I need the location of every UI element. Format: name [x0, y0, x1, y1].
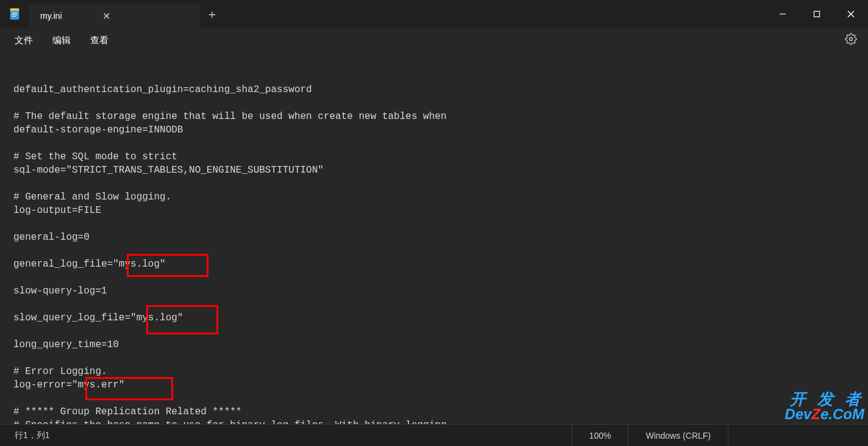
- status-zoom[interactable]: 100%: [572, 425, 628, 446]
- tab-title: my.ini: [40, 11, 62, 21]
- status-bar: 行1，列1 100% Windows (CRLF): [0, 424, 868, 446]
- app-icon: [0, 7, 29, 21]
- editor-area[interactable]: default_authentication_plugin=caching_sh…: [0, 52, 868, 424]
- status-position[interactable]: 行1，列1: [0, 430, 50, 441]
- window-controls: [766, 0, 868, 28]
- titlebar-drag-region[interactable]: [224, 0, 766, 28]
- editor-line[interactable]: [13, 177, 868, 190]
- settings-button[interactable]: [839, 29, 863, 51]
- minimize-button[interactable]: [766, 0, 800, 28]
- editor-content[interactable]: default_authentication_plugin=caching_sh…: [13, 83, 868, 424]
- status-right-pad: [728, 425, 868, 446]
- editor-line[interactable]: [13, 137, 868, 150]
- editor-line[interactable]: [13, 96, 868, 110]
- editor-line[interactable]: sql-mode="STRICT_TRANS_TABLES,NO_ENGINE_…: [13, 164, 868, 177]
- close-tab-icon[interactable]: ✕: [99, 9, 114, 23]
- editor-line[interactable]: [13, 392, 868, 405]
- editor-line[interactable]: slow_query_log_file="mys.log": [13, 311, 868, 325]
- menu-file[interactable]: 文件: [5, 31, 43, 50]
- editor-line[interactable]: default-storage-engine=INNODB: [13, 123, 868, 137]
- editor-line[interactable]: general_log_file="mys.log": [13, 257, 868, 271]
- editor-line[interactable]: slow-query-log=1: [13, 284, 868, 298]
- editor-line[interactable]: # Specifies the base name to use for bin…: [13, 419, 868, 424]
- maximize-button[interactable]: [800, 0, 834, 28]
- editor-line[interactable]: [13, 217, 868, 231]
- new-tab-button[interactable]: ＋: [200, 0, 224, 28]
- editor-line[interactable]: [13, 325, 868, 338]
- editor-line[interactable]: long_query_time=10: [13, 338, 868, 351]
- svg-point-9: [850, 38, 853, 41]
- menu-view[interactable]: 查看: [80, 31, 118, 50]
- editor-line[interactable]: # Error Logging.: [13, 365, 868, 378]
- svg-rect-6: [814, 12, 820, 17]
- editor-line[interactable]: # General and Slow logging.: [13, 190, 868, 204]
- editor-line[interactable]: default_authentication_plugin=caching_sh…: [13, 83, 868, 96]
- editor-line[interactable]: log-output=FILE: [13, 204, 868, 217]
- editor-line[interactable]: [13, 351, 868, 365]
- menu-edit[interactable]: 编辑: [43, 31, 80, 50]
- editor-line[interactable]: [13, 271, 868, 284]
- editor-line[interactable]: log-error="mys.err": [13, 378, 868, 392]
- menu-bar: 文件 编辑 查看: [0, 28, 868, 52]
- tab-active[interactable]: my.ini ✕: [29, 4, 200, 28]
- title-bar: my.ini ✕ ＋: [0, 0, 868, 28]
- editor-line[interactable]: [13, 298, 868, 311]
- status-encoding[interactable]: Windows (CRLF): [628, 425, 728, 446]
- editor-line[interactable]: general-log=0: [13, 231, 868, 244]
- editor-line[interactable]: # The default storage engine that will b…: [13, 110, 868, 123]
- title-bar-left: my.ini ✕ ＋: [0, 0, 224, 28]
- editor-line[interactable]: # ***** Group Replication Related *****: [13, 405, 868, 419]
- svg-rect-1: [10, 9, 20, 11]
- editor-line[interactable]: [13, 244, 868, 257]
- editor-line[interactable]: # Set the SQL mode to strict: [13, 150, 868, 164]
- close-window-button[interactable]: [834, 0, 868, 28]
